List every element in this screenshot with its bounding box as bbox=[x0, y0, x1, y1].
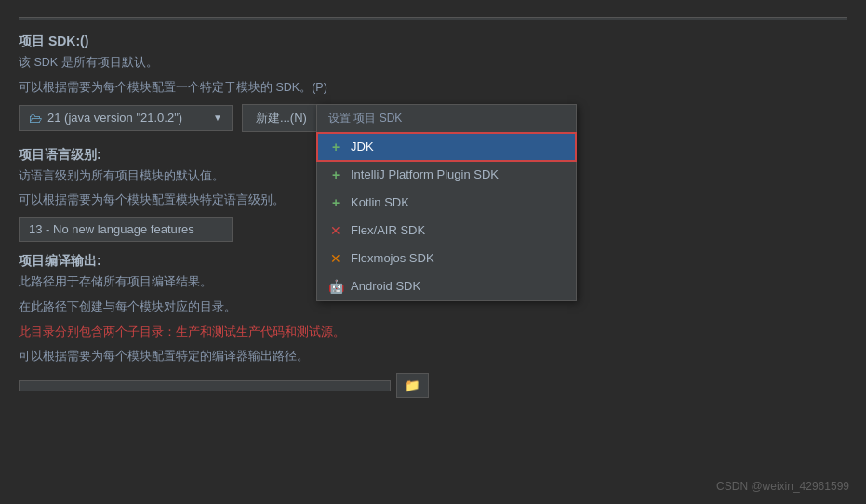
lang-level-dropdown[interactable]: 13 - No new language features bbox=[19, 217, 233, 242]
new-sdk-button[interactable]: 新建...(N) bbox=[242, 104, 321, 132]
dropdown-label-kotlin: Kotlin SDK bbox=[351, 195, 409, 209]
dropdown-item-jdk[interactable]: + JDK bbox=[317, 133, 576, 161]
plus-icon-intellij: + bbox=[328, 167, 343, 182]
path-input-row: 📁 bbox=[19, 373, 847, 398]
x-icon-flex: ✕ bbox=[328, 223, 343, 238]
dropdown-label-intellij: IntelliJ Platform Plugin SDK bbox=[351, 167, 499, 181]
plus-icon-jdk: + bbox=[328, 139, 343, 154]
dropdown-item-kotlin[interactable]: + Kotlin SDK bbox=[317, 189, 576, 217]
top-bar bbox=[19, 17, 847, 20]
compiler-desc2: 在此路径下创建与每个模块对应的目录。 bbox=[19, 298, 847, 316]
sdk-dropdown-trigger[interactable]: 🗁 21 (java version "21.0.2") ▼ bbox=[19, 105, 233, 131]
sdk-desc2: 可以根据需要为每个模块配置一个特定于模块的 SDK。(P) bbox=[19, 79, 847, 97]
watermark: CSDN @weixin_42961599 bbox=[716, 480, 849, 493]
dropdown-label-jdk: JDK bbox=[351, 139, 374, 153]
lang-level-value: 13 - No new language features bbox=[29, 222, 194, 236]
dropdown-item-intellij[interactable]: + IntelliJ Platform Plugin SDK bbox=[317, 161, 576, 189]
main-panel: 项目 SDK:() 该 SDK 是所有项目默认。 可以根据需要为每个模块配置一个… bbox=[0, 0, 866, 504]
flexm-icon: ✕ bbox=[328, 251, 343, 266]
dropdown-item-android[interactable]: 🤖 Android SDK bbox=[317, 272, 576, 300]
dropdown-arrow: ▼ bbox=[213, 113, 222, 123]
dropdown-label-flexmojos: Flexmojos SDK bbox=[351, 251, 434, 265]
android-icon: 🤖 bbox=[328, 279, 343, 294]
dropdown-item-flexmojos[interactable]: ✕ Flexmojos SDK bbox=[317, 245, 576, 272]
compiler-desc4: 可以根据需要为每个模块配置特定的编译器输出路径。 bbox=[19, 348, 847, 365]
dropdown-header: 设置 项目 SDK bbox=[317, 105, 576, 133]
browse-folder-button[interactable]: 📁 bbox=[396, 373, 429, 398]
plus-icon-kotlin: + bbox=[328, 195, 343, 210]
sdk-desc1: 该 SDK 是所有项目默认。 bbox=[19, 54, 847, 72]
compiler-output-path[interactable] bbox=[19, 380, 391, 391]
folder-browse-icon: 📁 bbox=[405, 378, 420, 392]
sdk-value: 21 (java version "21.0.2") bbox=[47, 111, 182, 125]
compiler-desc3: 此目录分别包含两个子目录：生产和测试生产代码和测试源。 bbox=[19, 324, 847, 341]
sdk-dropdown-menu: 设置 项目 SDK + JDK + IntelliJ Platform Plug… bbox=[316, 104, 577, 301]
dropdown-label-android: Android SDK bbox=[351, 279, 420, 293]
dropdown-item-flex[interactable]: ✕ Flex/AIR SDK bbox=[317, 217, 576, 245]
folder-icon: 🗁 bbox=[29, 111, 42, 126]
sdk-section: 项目 SDK:() 该 SDK 是所有项目默认。 可以根据需要为每个模块配置一个… bbox=[19, 33, 847, 132]
sdk-title: 项目 SDK:() bbox=[19, 33, 847, 50]
sdk-row: 🗁 21 (java version "21.0.2") ▼ 新建...(N) … bbox=[19, 104, 847, 132]
dropdown-label-flex: Flex/AIR SDK bbox=[351, 223, 425, 237]
